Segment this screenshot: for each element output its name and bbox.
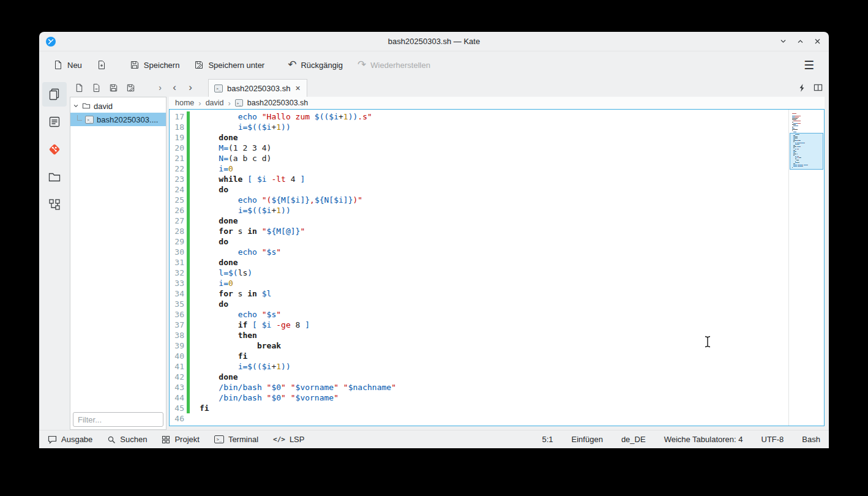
toggle-terminal-button[interactable]: >_ Terminal (214, 435, 258, 444)
tree-folder-row[interactable]: david (70, 99, 166, 113)
document-tree: david >_ bash20250303.... (70, 97, 166, 410)
save-as-button[interactable]: Speichern unter (189, 56, 270, 74)
code-line[interactable]: 24 do (170, 184, 787, 195)
sidebar-button-filesystem[interactable] (42, 165, 67, 189)
quick-actions-lightning-icon[interactable] (798, 83, 806, 92)
breadcrumb: home › david › >_ bash20250303.sh (169, 97, 825, 109)
code-line[interactable]: 31 done (170, 257, 787, 268)
code-line[interactable]: 29 do (170, 236, 787, 247)
panel-save-button[interactable] (109, 83, 118, 92)
filter-input[interactable] (73, 412, 163, 427)
minimap-view-indicator[interactable] (790, 133, 823, 170)
code-line[interactable]: 33 i=0 (170, 278, 787, 288)
code-line[interactable]: 28 for s in "${M[@]}" (170, 226, 787, 236)
code-line[interactable]: 35 do (170, 299, 787, 309)
code-line[interactable]: 46 (170, 413, 787, 424)
back-button[interactable]: ‹ (166, 78, 182, 97)
forward-button[interactable]: › (182, 78, 198, 97)
minimize-button[interactable] (777, 36, 788, 47)
tab-close-icon[interactable]: × (294, 83, 301, 93)
toggle-lsp-button[interactable]: </> LSP (273, 435, 304, 444)
code-line[interactable]: 37 if [ $i -ge 8 ] (170, 320, 787, 330)
toggle-output-button[interactable]: Ausgabe (48, 435, 92, 444)
terminal-icon: >_ (214, 435, 224, 443)
highlight-mode-status[interactable]: Bash (802, 435, 820, 444)
code-line[interactable]: 20 M=(1 2 3 4) (170, 143, 787, 153)
sidebar-button-symbols[interactable] (42, 192, 67, 217)
toggle-project-button[interactable]: Projekt (162, 435, 199, 444)
code-line[interactable]: 38 then (170, 330, 787, 340)
dictionary-status[interactable]: de_DE (621, 435, 646, 444)
code-line[interactable]: 34 for s in $l (170, 288, 787, 299)
code-text: echo "$s" (200, 309, 281, 320)
code-line[interactable]: 26 i=$(($i+1)) (170, 205, 787, 216)
panel-open-document-button[interactable] (92, 83, 101, 92)
code-line[interactable]: 27 done (170, 216, 787, 226)
code-line[interactable]: 42 done (170, 372, 787, 382)
line-number: 25 (170, 195, 184, 205)
line-number: 35 (170, 299, 184, 309)
breadcrumb-folder[interactable]: david (206, 99, 224, 107)
code-line[interactable]: 18 i=$(($i+1)) (170, 122, 787, 132)
code-line[interactable]: 45fi (170, 403, 787, 413)
minimap-scrollbar[interactable] (788, 110, 824, 426)
panel-save-as-button[interactable] (126, 83, 135, 92)
tree-folder-label: david (94, 102, 113, 111)
code-line[interactable]: 36 echo "$s" (170, 309, 787, 320)
code-text: echo "Hallo zum $(($i+1)).s" (200, 111, 372, 122)
split-view-icon[interactable] (814, 83, 823, 92)
code-line[interactable]: 19 done (170, 132, 787, 143)
redo-icon: ↷ (357, 61, 366, 69)
code-line[interactable]: 39 break (170, 340, 787, 351)
code-line[interactable]: 44 /bin/bash "$0" "$vorname" (170, 393, 787, 403)
line-number: 23 (170, 174, 184, 184)
maximize-button[interactable] (795, 36, 806, 47)
expander-chevron-down-icon[interactable] (73, 103, 79, 109)
open-document-button[interactable] (91, 56, 112, 74)
cursor-position-status[interactable]: 5:1 (542, 435, 553, 444)
hamburger-menu-button[interactable]: ☰ (798, 56, 820, 75)
code-line[interactable]: 43 /bin/bash "$0" "$vorname" "$nachname" (170, 382, 787, 393)
tree-guide-line (77, 115, 82, 121)
input-mode-status[interactable]: Einfügen (572, 435, 603, 444)
code-line[interactable]: 32 l=$(ls) (170, 268, 787, 278)
text-editor[interactable]: 17 echo "Hallo zum $(($i+1)).s"18 i=$(($… (169, 109, 825, 426)
tab-width-status[interactable]: Weiche Tabulatoren: 4 (664, 435, 743, 444)
sidebar-button-documents[interactable] (42, 82, 67, 107)
code-text: done (200, 132, 238, 143)
breadcrumb-file[interactable]: bash20250303.sh (247, 99, 308, 107)
code-line[interactable]: 41 i=$(($i+1)) (170, 361, 787, 372)
tree-file-row[interactable]: >_ bash20250303.... (70, 113, 166, 126)
tab-bar: ‹ › >_ bash20250303.sh × (166, 78, 829, 97)
code-line[interactable]: 40 fi (170, 351, 787, 361)
toggle-search-button[interactable]: Suchen (107, 435, 147, 444)
line-number: 34 (170, 288, 184, 299)
sidebar-button-outline[interactable] (42, 110, 67, 134)
code-text: i=$(($i+1)) (200, 205, 291, 216)
code-line[interactable]: 22 i=0 (170, 163, 787, 174)
sidebar-button-git[interactable] (42, 137, 67, 162)
code-line[interactable]: 17 echo "Hallo zum $(($i+1)).s" (170, 111, 787, 122)
code-line[interactable]: 23 while [ $i -lt 4 ] (170, 174, 787, 184)
code-text: fi (200, 403, 209, 413)
breadcrumb-separator-icon: › (228, 99, 231, 108)
undo-button[interactable]: ↶ Rückgängig (282, 56, 348, 74)
saved-change-marker (187, 382, 190, 393)
code-line[interactable]: 30 echo "$s" (170, 247, 787, 257)
line-number: 45 (170, 403, 184, 413)
panel-overflow-chevron-icon[interactable]: › (159, 83, 162, 92)
code-line[interactable]: 25 echo "(${M[$i]},${N[$i]})" (170, 195, 787, 205)
close-button[interactable] (812, 36, 823, 47)
breadcrumb-home[interactable]: home (175, 99, 194, 107)
saved-change-marker (187, 111, 190, 122)
code-line[interactable]: 21 N=(a b c d) (170, 153, 787, 163)
saved-change-marker (187, 309, 190, 320)
tab-bash20250303[interactable]: >_ bash20250303.sh × (208, 79, 307, 97)
tree-file-label: bash20250303.... (97, 115, 158, 124)
titlebar[interactable]: bash20250303.sh — Kate (39, 32, 829, 51)
save-button[interactable]: Speichern (124, 56, 185, 74)
encoding-status[interactable]: UTF-8 (761, 435, 784, 444)
panel-new-document-button[interactable] (75, 83, 84, 92)
new-document-button[interactable]: Neu (48, 56, 88, 74)
redo-button[interactable]: ↷ Wiederherstellen (352, 56, 436, 74)
